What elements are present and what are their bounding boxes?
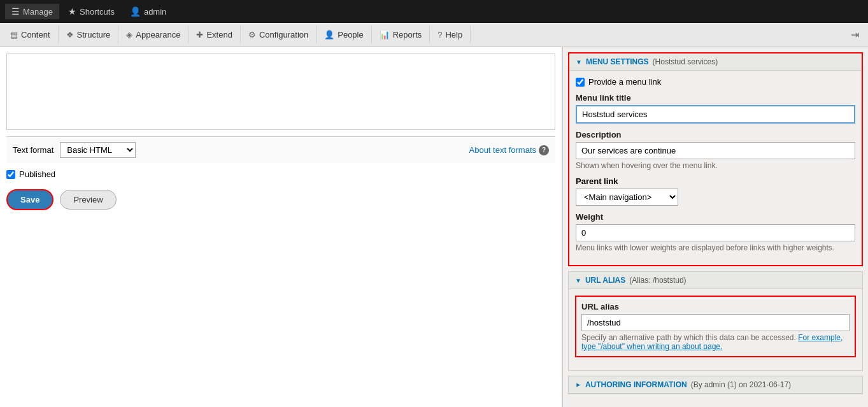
about-text-formats-link[interactable]: About text formats ?: [469, 145, 550, 155]
url-alias-row: URL alias Specify an alternative path by…: [575, 296, 856, 357]
content-editor[interactable]: [6, 54, 555, 130]
menu-settings-section: ▼ MENU SETTINGS (Hoststud services) Prov…: [568, 52, 863, 266]
published-checkbox[interactable]: [6, 170, 15, 179]
structure-icon: ❖: [66, 30, 74, 39]
menu-link-title-input[interactable]: [576, 105, 855, 124]
shortcuts-label: Shortcuts: [80, 7, 115, 17]
url-alias-title: URL ALIAS: [585, 276, 625, 285]
weight-hint: Menu links with lower weights are displa…: [576, 243, 855, 252]
nav-people[interactable]: 👤 People: [317, 26, 371, 43]
secondary-nav: ▤ Content ❖ Structure ◈ Appearance ✚ Ext…: [0, 23, 868, 47]
nav-content[interactable]: ▤ Content: [3, 26, 59, 43]
description-label: Description: [576, 130, 855, 139]
configuration-icon: ⚙: [248, 30, 256, 39]
button-row: Save Preview: [0, 185, 562, 217]
right-panel: ▼ MENU SETTINGS (Hoststud services) Prov…: [562, 47, 868, 407]
star-icon: ★: [68, 6, 76, 17]
url-alias-header[interactable]: ▼ URL ALIAS (Alias: /hoststud): [569, 272, 862, 289]
menu-settings-header[interactable]: ▼ MENU SETTINGS (Hoststud services): [569, 54, 862, 71]
sidebar-toggle[interactable]: ⇥: [844, 25, 865, 45]
manage-menu-item[interactable]: ☰ Manage: [5, 4, 59, 19]
url-alias-subtitle: (Alias: /hoststud): [629, 276, 686, 285]
nav-reports[interactable]: 📊 Reports: [372, 26, 430, 43]
text-format-bar: Text format Basic HTML Full HTML Plain t…: [6, 136, 555, 163]
hamburger-icon: ☰: [11, 6, 20, 17]
provide-menu-link-label[interactable]: Provide a menu link: [588, 77, 661, 87]
save-button[interactable]: Save: [6, 189, 53, 210]
url-alias-label: URL alias: [581, 302, 850, 311]
authoring-header[interactable]: ▼ AUTHORING INFORMATION (By admin (1) on…: [569, 376, 862, 394]
url-alias-hint: Specify an alternative path by which thi…: [581, 333, 850, 351]
authoring-arrow: ▼: [574, 382, 581, 388]
extend-icon: ✚: [196, 30, 203, 39]
people-icon: 👤: [324, 30, 334, 39]
about-help-icon: ?: [539, 145, 549, 155]
appearance-icon: ◈: [126, 30, 132, 39]
weight-input[interactable]: [576, 224, 855, 241]
description-hint: Shown when hovering over the menu link.: [576, 161, 855, 170]
menu-link-title-row: Menu link title: [576, 93, 855, 124]
shortcuts-menu-item[interactable]: ★ Shortcuts: [62, 4, 121, 19]
nav-appearance[interactable]: ◈ Appearance: [118, 26, 189, 43]
menu-settings-subtitle: (Hoststud services): [653, 57, 718, 66]
nav-extend[interactable]: ✚ Extend: [189, 26, 240, 43]
text-format-label: Text format: [13, 145, 53, 155]
description-input[interactable]: [576, 142, 855, 159]
help-icon: ?: [438, 30, 442, 39]
left-panel: Text format Basic HTML Full HTML Plain t…: [0, 47, 562, 407]
parent-link-select[interactable]: <Main navigation> <Footer menu>: [576, 189, 678, 206]
nav-structure[interactable]: ❖ Structure: [59, 26, 119, 43]
parent-link-label: Parent link: [576, 176, 855, 186]
menu-settings-body: Provide a menu link Menu link title Desc…: [569, 71, 862, 265]
nav-configuration[interactable]: ⚙ Configuration: [241, 26, 317, 43]
authoring-section: ▼ AUTHORING INFORMATION (By admin (1) on…: [568, 376, 863, 394]
authoring-title: AUTHORING INFORMATION: [585, 380, 687, 389]
provide-menu-link-row: Provide a menu link: [576, 77, 855, 87]
menu-link-title-label: Menu link title: [576, 93, 855, 103]
parent-link-row: Parent link <Main navigation> <Footer me…: [576, 176, 855, 206]
admin-label: admin: [144, 7, 166, 17]
nav-help[interactable]: ? Help: [430, 26, 471, 43]
url-alias-body: URL alias Specify an alternative path by…: [569, 289, 862, 370]
url-alias-section: ▼ URL ALIAS (Alias: /hoststud) URL alias…: [568, 271, 863, 371]
preview-button[interactable]: Preview: [60, 190, 116, 210]
url-alias-hint-link[interactable]: For example, type "/about" when writing …: [581, 333, 843, 351]
admin-menu-item[interactable]: 👤 admin: [124, 4, 173, 19]
text-format-select[interactable]: Basic HTML Full HTML Plain text: [60, 142, 136, 158]
description-row: Description Shown when hovering over the…: [576, 130, 855, 170]
url-alias-input[interactable]: [581, 314, 850, 331]
url-alias-arrow: ▼: [575, 277, 581, 284]
weight-label: Weight: [576, 212, 855, 222]
weight-row: Weight Menu links with lower weights are…: [576, 212, 855, 252]
about-text-formats-text: About text formats: [469, 145, 537, 155]
menu-settings-title: MENU SETTINGS: [586, 57, 649, 66]
user-icon: 👤: [130, 6, 141, 17]
provide-menu-link-checkbox[interactable]: [576, 78, 585, 87]
published-label[interactable]: Published: [19, 169, 55, 179]
authoring-subtitle: (By admin (1) on 2021-06-17): [691, 380, 791, 389]
content-icon: ▤: [10, 30, 18, 39]
top-bar: ☰ Manage ★ Shortcuts 👤 admin: [0, 0, 868, 23]
published-row: Published: [0, 163, 562, 185]
manage-label: Manage: [23, 7, 53, 17]
menu-settings-arrow: ▼: [576, 59, 582, 66]
reports-icon: 📊: [380, 30, 390, 39]
main-layout: Text format Basic HTML Full HTML Plain t…: [0, 47, 868, 407]
